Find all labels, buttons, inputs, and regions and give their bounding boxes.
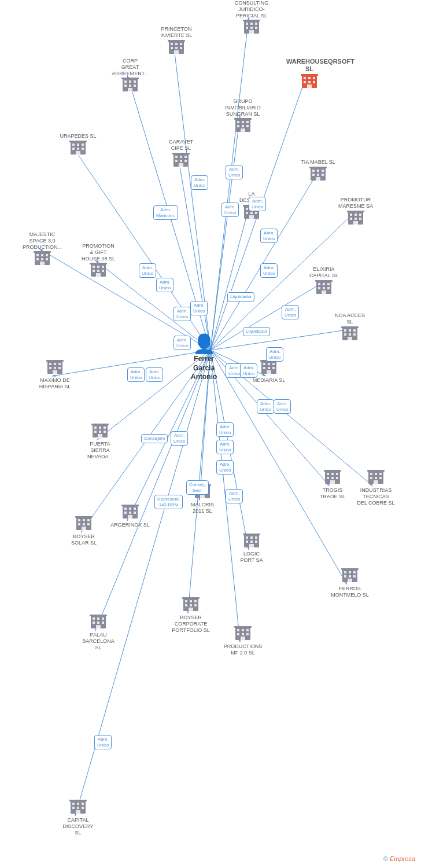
role-badge-23: Adm.Unico [171, 431, 188, 446]
company-node-boyser_solar[interactable]: BOYSERSOLAR SL [61, 515, 107, 546]
role-badge-30: Adm.Unico [94, 735, 112, 749]
svg-rect-48 [124, 80, 127, 83]
svg-rect-107 [255, 212, 257, 214]
svg-rect-205 [83, 523, 85, 525]
company-label: TROGISTRADE SL [320, 487, 345, 500]
svg-rect-73 [234, 118, 252, 120]
role-badge-5: Adm.Unico [260, 263, 278, 278]
svg-rect-61 [308, 81, 311, 83]
company-node-majestic[interactable]: MAJESTICSPACE 3.0PRODUCTION... [19, 231, 65, 269]
role-badge-19: Adm.Unico [146, 367, 163, 382]
svg-rect-62 [313, 81, 315, 83]
company-node-boyser_corp[interactable]: BOYSERCORPORATEPORTFOLIO SL [168, 596, 214, 633]
svg-rect-108 [249, 215, 254, 220]
svg-rect-91 [172, 153, 190, 155]
company-node-productions_mf[interactable]: PRODUCTIONSMF 2.0 SL [220, 625, 266, 656]
company-node-consulting[interactable]: CONSULTINGJURIDICO-PERICIAL SL [228, 0, 275, 37]
svg-rect-199 [121, 505, 139, 506]
svg-rect-158 [58, 363, 61, 365]
company-node-palau[interactable]: PALAUBARCELONASL [75, 613, 121, 650]
svg-rect-171 [267, 370, 271, 375]
building-icon [234, 117, 252, 135]
svg-rect-64 [301, 74, 318, 76]
building-icon [301, 73, 318, 91]
role-badge-8: Adm.Mancom. [153, 205, 178, 220]
company-node-noa_acces[interactable]: NOA ACCESSL [327, 312, 373, 344]
svg-rect-40 [175, 43, 178, 45]
svg-rect-178 [99, 431, 101, 433]
company-label: WAREHOUSEQRSOFTSL [286, 58, 333, 73]
svg-rect-220 [331, 473, 334, 475]
company-node-industrias[interactable]: INDUSTRIASTECNICASDEL COBRE SL [353, 469, 399, 506]
svg-rect-72 [241, 128, 245, 133]
company-node-corp_great[interactable]: CORPGREATAGREEMENT... [107, 58, 153, 95]
svg-rect-243 [348, 579, 352, 583]
svg-rect-255 [93, 617, 95, 620]
svg-rect-244 [341, 568, 359, 570]
svg-rect-58 [308, 77, 311, 79]
company-node-princeton[interactable]: PRINCETONINVIERTE SL [153, 26, 200, 57]
company-node-tia_mabel[interactable]: TIA MABEL SL [295, 159, 341, 184]
svg-rect-224 [336, 477, 338, 479]
svg-rect-106 [250, 212, 253, 214]
building-icon [121, 503, 139, 522]
svg-rect-271 [234, 626, 252, 628]
svg-rect-116 [359, 218, 361, 220]
company-node-urapedes[interactable]: URAPEDES SL [55, 133, 101, 158]
center-person-label: FerrerGarciaAntonio [191, 355, 217, 382]
svg-rect-141 [318, 287, 320, 289]
company-node-ferros[interactable]: FERROSMONTMELO SL [327, 567, 373, 598]
svg-rect-176 [104, 426, 106, 429]
svg-rect-150 [344, 333, 346, 336]
company-node-capital_disc[interactable]: CAPITALDISCOVERYSL [55, 799, 101, 836]
company-node-garavet[interactable]: GARAVETCIPE SL [158, 139, 204, 170]
svg-rect-241 [349, 575, 351, 578]
svg-rect-226 [324, 470, 341, 472]
company-label: TIA MABEL SL [301, 159, 335, 165]
svg-rect-194 [134, 507, 136, 510]
role-badge-9: Adm.Unico [173, 307, 191, 321]
svg-rect-215 [255, 540, 257, 543]
svg-rect-261 [96, 625, 101, 630]
role-badge-25: Adm.Unico [216, 440, 234, 454]
role-badge-18: Adm.Unico [127, 367, 145, 382]
svg-rect-167 [272, 363, 275, 365]
svg-rect-95 [322, 170, 324, 172]
svg-rect-166 [268, 363, 270, 365]
company-label: PALAUBARCELONASL [82, 632, 115, 650]
company-node-elixiria[interactable]: ELIXIRIACAPITAL SL [301, 266, 347, 297]
svg-rect-129 [93, 266, 95, 268]
company-node-promotion_gift[interactable]: PROMOTION& GIFTHOUSE 08 SL [75, 243, 121, 280]
svg-rect-105 [246, 212, 248, 214]
role-badge-27: Consej.,Secr. [186, 480, 209, 495]
svg-rect-77 [82, 144, 84, 146]
svg-rect-98 [322, 174, 324, 176]
company-label: INDUSTRIASTECNICASDEL COBRE SL [357, 487, 394, 506]
svg-rect-230 [379, 473, 382, 475]
svg-rect-210 [246, 536, 248, 539]
role-badge-7: Adm.Unico [156, 278, 173, 292]
svg-rect-90 [179, 163, 183, 168]
svg-rect-117 [353, 221, 358, 226]
svg-rect-208 [75, 516, 93, 518]
company-node-logic_port[interactable]: LOGICPORT SA [228, 532, 275, 564]
connection-lines [0, 0, 421, 868]
building-icon [69, 799, 87, 817]
company-node-grupo_inm[interactable]: GRUPOINMOBILIARIOSUNGRAN SL [220, 98, 266, 135]
svg-rect-219 [327, 473, 329, 475]
company-node-puerta_sierra[interactable]: PUERTASIERRANEVADA... [77, 422, 123, 459]
svg-rect-66 [237, 121, 239, 123]
svg-rect-268 [242, 633, 244, 635]
company-node-maximo[interactable]: MAXIMO DEHISPANIA SL [32, 359, 78, 390]
svg-rect-214 [250, 540, 253, 543]
role-badge-15: Adm.Unico [266, 347, 283, 362]
svg-rect-143 [327, 287, 330, 289]
company-node-argerinox[interactable]: ARGERINOX SL [107, 503, 153, 528]
svg-rect-201 [78, 519, 80, 521]
company-node-trogis[interactable]: TROGISTRADE SL [309, 469, 356, 500]
company-node-warehouseqr[interactable]: WAREHOUSEQRSOFTSL [286, 58, 333, 91]
company-node-promotur[interactable]: PROMOTURMARESME SA [333, 197, 379, 228]
role-badge-22: Consejero [141, 434, 168, 443]
svg-rect-240 [344, 575, 346, 578]
svg-rect-71 [246, 125, 249, 127]
